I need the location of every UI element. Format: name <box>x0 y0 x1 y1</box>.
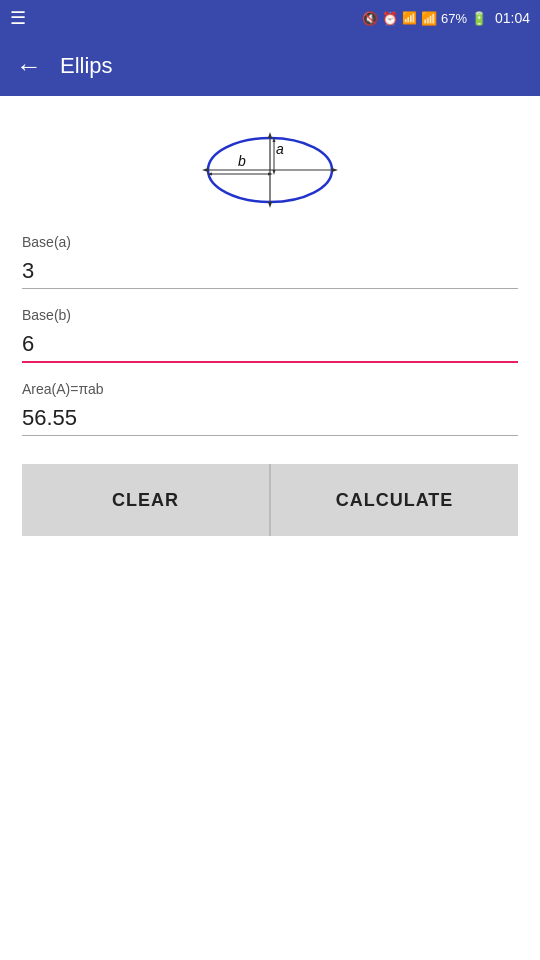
svg-marker-5 <box>268 132 272 138</box>
svg-marker-3 <box>202 168 208 172</box>
hamburger-icon <box>10 7 26 29</box>
page-title: Ellips <box>60 53 113 79</box>
app-bar: ← Ellips <box>0 36 540 96</box>
area-group: Area(A)=πab <box>22 381 518 436</box>
svg-text:a: a <box>276 141 284 157</box>
area-label: Area(A)=πab <box>22 381 518 397</box>
status-time: 01:04 <box>495 10 530 26</box>
base-a-input[interactable] <box>22 254 518 289</box>
base-b-label: Base(b) <box>22 307 518 323</box>
svg-text:b: b <box>238 153 246 169</box>
signal-icon: 📶 <box>421 11 437 26</box>
calculate-button[interactable]: CALCULATE <box>270 464 518 536</box>
ellipse-diagram: b a <box>200 130 340 210</box>
buttons-row: CLEAR CALCULATE <box>22 464 518 536</box>
sim-icon: 📶 <box>402 11 417 25</box>
base-b-group: Base(b) <box>22 307 518 363</box>
status-bar: 🔇 ⏰ 📶 📶 67% 🔋 01:04 <box>0 0 540 36</box>
battery-percent: 67% <box>441 11 467 26</box>
base-a-group: Base(a) <box>22 234 518 289</box>
area-result-input[interactable] <box>22 401 518 436</box>
mute-icon: 🔇 <box>362 11 378 26</box>
clear-button[interactable]: CLEAR <box>22 464 270 536</box>
diagram-container: b a <box>22 130 518 210</box>
back-button[interactable]: ← <box>16 51 42 82</box>
alarm-icon: ⏰ <box>382 11 398 26</box>
base-b-input[interactable] <box>22 327 518 363</box>
status-left <box>10 7 26 29</box>
svg-marker-4 <box>332 168 338 172</box>
main-content: b a Base(a) Base(b) Area(A)=πab CLEAR CA… <box>0 96 540 536</box>
base-a-label: Base(a) <box>22 234 518 250</box>
svg-marker-6 <box>268 202 272 208</box>
battery-icon: 🔋 <box>471 11 487 26</box>
status-right: 🔇 ⏰ 📶 📶 67% 🔋 01:04 <box>362 10 530 26</box>
